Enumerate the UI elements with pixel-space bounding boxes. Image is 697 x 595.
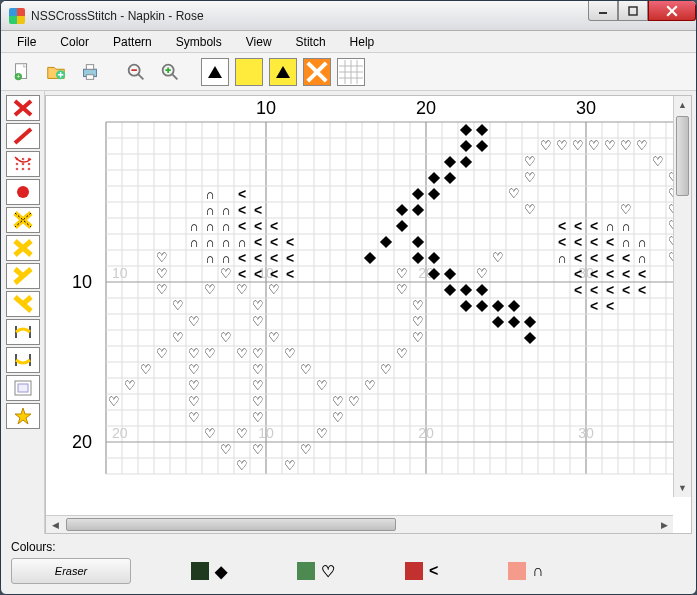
svg-text:♡: ♡	[332, 394, 344, 409]
svg-text:♡: ♡	[572, 138, 584, 153]
svg-text:∩: ∩	[637, 251, 646, 266]
svg-text:<: <	[590, 234, 598, 250]
tool-x-yellow-2[interactable]	[6, 235, 40, 261]
svg-text:♡: ♡	[188, 410, 200, 425]
svg-text:♡: ♡	[380, 362, 392, 377]
svg-text:♡: ♡	[476, 266, 488, 281]
svg-text:♡: ♡	[236, 426, 248, 441]
svg-text:<: <	[286, 250, 294, 266]
app-window: NSSCrossStitch - Napkin - Rose FileColor…	[0, 0, 697, 595]
svg-text:♡: ♡	[364, 378, 376, 393]
scroll-left-icon[interactable]: ◀	[46, 516, 64, 533]
svg-rect-1	[629, 7, 637, 15]
swatch-red[interactable]: <	[405, 562, 438, 581]
menu-help[interactable]: Help	[340, 33, 385, 51]
svg-text:∩: ∩	[557, 251, 566, 266]
tool-bracket-2[interactable]	[6, 347, 40, 373]
svg-text:<: <	[622, 282, 630, 298]
svg-text:♡: ♡	[204, 346, 216, 361]
svg-text:30: 30	[576, 98, 596, 118]
tool-bracket-1[interactable]	[6, 319, 40, 345]
svg-text:∩: ∩	[189, 219, 198, 234]
svg-text:<: <	[270, 234, 278, 250]
svg-text:♡: ♡	[252, 394, 264, 409]
sym-grid[interactable]	[337, 58, 365, 86]
window-title: NSSCrossStitch - Napkin - Rose	[31, 9, 204, 23]
svg-text:<: <	[254, 250, 262, 266]
close-button[interactable]	[648, 1, 696, 21]
menu-symbols[interactable]: Symbols	[166, 33, 232, 51]
sym-cross-orange[interactable]	[303, 58, 331, 86]
minimize-button[interactable]	[588, 1, 618, 21]
scroll-up-icon[interactable]: ▲	[674, 96, 691, 114]
menu-stitch[interactable]: Stitch	[286, 33, 336, 51]
svg-text:<: <	[254, 234, 262, 250]
svg-text:<: <	[286, 234, 294, 250]
svg-text:<: <	[238, 266, 246, 282]
svg-text:∩: ∩	[605, 219, 614, 234]
vscroll-thumb[interactable]	[676, 116, 689, 196]
menu-view[interactable]: View	[236, 33, 282, 51]
svg-text:<: <	[238, 202, 246, 218]
svg-text:<: <	[590, 298, 598, 314]
menu-file[interactable]: File	[7, 33, 46, 51]
svg-text:<: <	[270, 250, 278, 266]
svg-text:♡: ♡	[220, 442, 232, 457]
new-icon[interactable]: +	[7, 57, 37, 87]
horizontal-scrollbar[interactable]: ◀ ▶	[46, 515, 673, 533]
main-area: 10203010201010202030301020♡♡♡♡♡♡♡♡♡♡♡∩<♡…	[1, 91, 696, 534]
scroll-right-icon[interactable]: ▶	[655, 516, 673, 533]
tool-x-red[interactable]	[6, 95, 40, 121]
svg-text:♡: ♡	[284, 458, 296, 473]
sym-square-yellow[interactable]	[235, 58, 263, 86]
svg-text:♡: ♡	[412, 330, 424, 345]
open-icon[interactable]	[41, 57, 71, 87]
tool-diagonal-red[interactable]	[6, 123, 40, 149]
svg-text:<: <	[270, 218, 278, 234]
svg-text:♡: ♡	[156, 346, 168, 361]
maximize-button[interactable]	[618, 1, 648, 21]
svg-text:♡: ♡	[236, 458, 248, 473]
tool-half-yellow-1[interactable]	[6, 263, 40, 289]
tool-dots[interactable]	[6, 151, 40, 177]
svg-text:∩: ∩	[189, 235, 198, 250]
tool-half-yellow-2[interactable]	[6, 291, 40, 317]
svg-text:♡: ♡	[188, 362, 200, 377]
print-icon[interactable]	[75, 57, 105, 87]
tool-star-yellow[interactable]	[6, 403, 40, 429]
menu-pattern[interactable]: Pattern	[103, 33, 162, 51]
svg-text:♡: ♡	[396, 346, 408, 361]
sym-triangle-white[interactable]	[201, 58, 229, 86]
svg-text:♡: ♡	[268, 330, 280, 345]
svg-text:∩: ∩	[205, 203, 214, 218]
svg-text:♡: ♡	[252, 410, 264, 425]
svg-text:♡: ♡	[140, 362, 152, 377]
sym-triangle-yellow[interactable]	[269, 58, 297, 86]
menu-color[interactable]: Color	[50, 33, 99, 51]
svg-text:♡: ♡	[332, 410, 344, 425]
canvas[interactable]: 10203010201010202030301020♡♡♡♡♡♡♡♡♡♡♡∩<♡…	[46, 96, 691, 515]
hscroll-thumb[interactable]	[66, 518, 396, 531]
vertical-scrollbar[interactable]: ▲ ▼	[673, 96, 691, 497]
svg-text:20: 20	[416, 98, 436, 118]
svg-text:<: <	[254, 202, 262, 218]
swatch-dark-green[interactable]: ◆	[191, 562, 227, 581]
tool-dot-red[interactable]	[6, 179, 40, 205]
tool-frame[interactable]	[6, 375, 40, 401]
svg-text:∩: ∩	[621, 235, 630, 250]
swatch-green[interactable]: ♡	[297, 562, 335, 581]
svg-text:♡: ♡	[316, 426, 328, 441]
svg-text:♡: ♡	[524, 202, 536, 217]
zoom-out-icon[interactable]	[121, 57, 151, 87]
svg-text:30: 30	[578, 425, 594, 441]
swatch-pink[interactable]: ∩	[508, 562, 544, 581]
zoom-in-icon[interactable]	[155, 57, 185, 87]
svg-text:♡: ♡	[252, 298, 264, 313]
svg-text:♡: ♡	[188, 394, 200, 409]
scroll-down-icon[interactable]: ▼	[674, 479, 691, 497]
svg-text:♡: ♡	[252, 442, 264, 457]
eraser-button[interactable]: Eraser	[11, 558, 131, 584]
svg-text:∩: ∩	[237, 235, 246, 250]
svg-text:♡: ♡	[124, 378, 136, 393]
tool-x-yellow-1[interactable]	[6, 207, 40, 233]
